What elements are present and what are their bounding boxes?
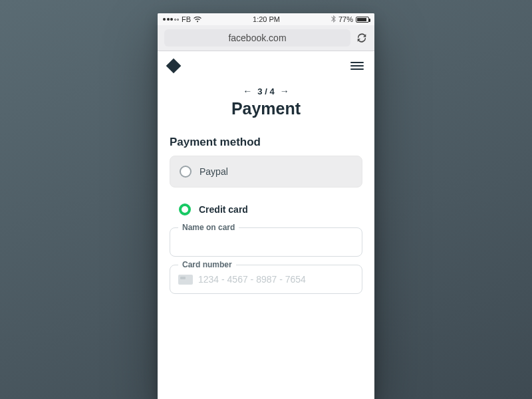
- hamburger-icon: [350, 62, 364, 63]
- method-label: Paypal: [200, 166, 228, 177]
- section-heading: Payment method: [170, 136, 362, 149]
- wifi-icon: [194, 17, 201, 23]
- browser-chrome: facebook.com: [158, 25, 374, 51]
- battery-pct: 77%: [338, 15, 353, 23]
- menu-button[interactable]: [350, 62, 364, 70]
- status-right: 77%: [331, 15, 369, 24]
- field-label: Name on card: [178, 223, 239, 232]
- radio-unchecked-icon: [180, 166, 192, 178]
- card-number-wrapper: Card number: [170, 265, 362, 294]
- phone-frame: FB 1:20 PM 77% facebook.com: [158, 13, 374, 399]
- credit-card-icon: [178, 275, 193, 285]
- status-left: FB: [163, 15, 201, 23]
- status-bar: FB 1:20 PM 77%: [158, 13, 374, 25]
- app-header: [158, 51, 374, 76]
- method-label: Credit card: [199, 204, 248, 215]
- logo-diamond-icon[interactable]: [166, 59, 182, 74]
- name-on-card-input[interactable]: [178, 237, 354, 247]
- signal-dots-icon: [163, 18, 179, 21]
- reload-button[interactable]: [356, 33, 368, 43]
- payment-method-paypal[interactable]: Paypal: [170, 156, 362, 188]
- field-card-number: Card number: [170, 265, 362, 294]
- card-number-input[interactable]: [198, 274, 354, 285]
- radio-checked-icon: [179, 203, 191, 215]
- battery-icon: [356, 17, 369, 23]
- step-prev[interactable]: ←: [243, 86, 252, 96]
- payment-method-credit[interactable]: Credit card: [170, 194, 362, 219]
- address-url: facebook.com: [228, 33, 286, 43]
- field-label: Card number: [178, 260, 236, 269]
- clock: 1:20 PM: [253, 15, 280, 23]
- bluetooth-icon: [331, 15, 336, 24]
- step-label: 3 / 4: [257, 86, 274, 96]
- step-next[interactable]: →: [280, 86, 289, 96]
- page-title: Payment: [158, 99, 374, 118]
- reload-icon: [356, 33, 367, 43]
- content: Payment method Paypal Credit card Name o…: [158, 118, 374, 294]
- name-on-card-wrapper: Name on card: [170, 227, 362, 257]
- step-indicator: ← 3 / 4 →: [158, 86, 374, 96]
- carrier-label: FB: [182, 15, 191, 23]
- address-bar[interactable]: facebook.com: [164, 29, 350, 47]
- field-name-on-card: Name on card: [170, 227, 362, 257]
